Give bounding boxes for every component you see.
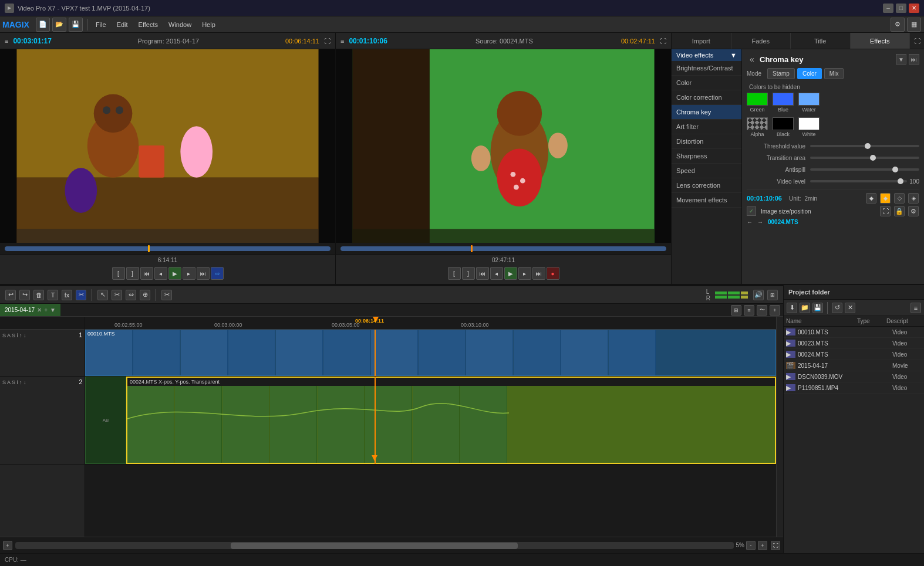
timeline-add-track[interactable]: + [3, 541, 12, 550]
chroma-forward[interactable]: ⏭ [909, 54, 919, 65]
tl-list[interactable]: ≡ [744, 305, 754, 316]
right-go-start[interactable]: ⏮ [476, 267, 489, 280]
menu-edit[interactable]: Edit [112, 19, 133, 30]
layout-icon[interactable]: ▦ [907, 18, 921, 32]
tab-title[interactable]: Title [791, 33, 851, 49]
left-mark-in[interactable]: [ [112, 267, 125, 280]
open-button[interactable]: 📂 [52, 18, 66, 32]
left-prev-frame[interactable]: ◂ [154, 267, 167, 280]
pf-item-5[interactable]: ▶ P1190851.MP4 Video [784, 382, 924, 394]
img-settings[interactable]: ⚙ [908, 206, 919, 216]
zoom-in[interactable]: + [758, 541, 767, 550]
close-tab-icon[interactable]: ✕ [37, 307, 42, 313]
transition-slider[interactable] [810, 154, 919, 162]
left-play[interactable]: ▶ [168, 267, 181, 280]
effect-color[interactable]: Color [672, 76, 741, 90]
effect-art-filter[interactable]: Art filter [672, 120, 741, 134]
left-insert[interactable]: ⇨ [211, 267, 224, 280]
water-swatch[interactable] [798, 93, 820, 106]
chroma-back[interactable]: « [747, 54, 757, 65]
menu-file[interactable]: File [91, 19, 111, 30]
project-tab[interactable]: 2015-04-17 ✕ + ▼ [0, 304, 60, 316]
left-mark-out[interactable]: ] [126, 267, 139, 280]
redo-icon[interactable]: ↪ [19, 290, 30, 300]
keyframe-active[interactable]: ◆ [880, 193, 891, 204]
right-play[interactable]: ▶ [504, 267, 517, 280]
effects-icon[interactable]: fx [62, 290, 72, 300]
minimize-button[interactable]: – [883, 4, 893, 13]
right-next-frame[interactable]: ▸ [518, 267, 531, 280]
effect-lens-correction[interactable]: Lens correction [672, 178, 741, 193]
scissors-icon[interactable]: ✂ [161, 290, 172, 300]
tl-grid[interactable]: ⊞ [731, 305, 741, 316]
alpha-swatch[interactable] [747, 117, 768, 130]
keyframe-double[interactable]: ◈ [908, 193, 919, 204]
close-button[interactable]: ✕ [909, 4, 919, 13]
pf-folder[interactable]: 📁 [800, 303, 810, 313]
left-go-start[interactable]: ⏮ [140, 267, 153, 280]
right-go-end[interactable]: ⏭ [532, 267, 545, 280]
tl-plus[interactable]: + [770, 305, 780, 316]
zoom-out[interactable]: - [746, 541, 756, 550]
img-expand[interactable]: ⛶ [880, 206, 891, 216]
select-icon[interactable]: ↖ [97, 290, 108, 300]
pf-item-0[interactable]: ▶ 00010.MTS Video [784, 327, 924, 338]
audio-icon[interactable]: 🔊 [753, 290, 764, 300]
left-next-frame[interactable]: ▸ [183, 267, 195, 280]
left-menu-icon[interactable]: ≡ [5, 38, 8, 45]
timeline-hscroll[interactable] [15, 542, 734, 549]
blue-swatch[interactable] [773, 93, 794, 106]
pf-item-3[interactable]: 🎬 2015-04-17 Movie [784, 360, 924, 371]
white-swatch[interactable] [798, 117, 820, 130]
menu-help[interactable]: Help [197, 19, 220, 30]
pf-item-4[interactable]: ▶ DSCN0039.MOV Video [784, 371, 924, 382]
track1-clip[interactable] [85, 330, 776, 376]
left-go-end[interactable]: ⏭ [197, 267, 210, 280]
effect-color-correction[interactable]: Color correction [672, 90, 741, 105]
pf-refresh[interactable]: ↺ [832, 303, 842, 313]
antispill-slider[interactable] [810, 165, 919, 174]
menu-effects[interactable]: Effects [134, 19, 163, 30]
right-mark-in[interactable]: [ [448, 267, 461, 280]
tab-settings-icon[interactable]: ▼ [50, 307, 56, 313]
mode-mix[interactable]: Mix [824, 68, 844, 79]
effect-chroma-key[interactable]: Chroma key [672, 105, 741, 120]
effect-brightness[interactable]: Brightness/Contrast [672, 61, 741, 76]
pf-item-1[interactable]: ▶ 00023.MTS Video [784, 338, 924, 349]
img-lock[interactable]: 🔒 [894, 206, 905, 216]
delete-icon[interactable]: 🗑 [33, 290, 44, 300]
black-swatch[interactable] [773, 117, 794, 130]
mode-stamp[interactable]: Stamp [767, 68, 795, 79]
right-prev-frame[interactable]: ◂ [490, 267, 503, 280]
right-record[interactable]: ● [547, 267, 559, 280]
text-icon[interactable]: T [48, 290, 58, 300]
split-icon[interactable]: ✂ [76, 290, 86, 300]
keyframe-diamond[interactable]: ◇ [894, 193, 905, 204]
track2-clip[interactable]: 00024.MTS X-pos. Y-pos. Transparent [126, 377, 776, 464]
effects-list-expand[interactable]: ▼ [730, 52, 737, 59]
keyframe-icon[interactable]: ◆ [866, 193, 876, 204]
tab-fades[interactable]: Fades [731, 33, 791, 49]
effect-speed[interactable]: Speed [672, 164, 741, 178]
right-mark-out[interactable]: ] [462, 267, 475, 280]
tab-import[interactable]: Import [672, 33, 731, 49]
right-expand-icon[interactable]: ⛶ [660, 38, 666, 45]
add-tab-icon[interactable]: + [44, 307, 48, 313]
ripple-icon[interactable]: ⇔ [126, 290, 136, 300]
pf-import[interactable]: ⬇ [787, 303, 797, 313]
vscrollbar[interactable] [776, 317, 783, 537]
grid-icon[interactable]: ⊞ [767, 290, 778, 300]
menu-window[interactable]: Window [164, 19, 196, 30]
razor-icon[interactable]: ✂ [112, 290, 122, 300]
pf-view[interactable]: ≡ [910, 303, 921, 313]
pf-item-2[interactable]: ▶ 00024.MTS Video [784, 349, 924, 360]
tab-effects[interactable]: Effects [851, 33, 910, 49]
insert-icon[interactable]: ⊕ [140, 290, 150, 300]
effect-movement[interactable]: Movement effects [672, 193, 741, 208]
checkbox-image[interactable]: ✓ [747, 206, 756, 216]
green-swatch[interactable] [747, 93, 768, 106]
effects-expand[interactable]: ⛶ [910, 33, 924, 49]
settings-icon[interactable]: ⚙ [891, 18, 905, 32]
threshold-slider[interactable] [810, 142, 919, 150]
effect-distortion[interactable]: Distortion [672, 134, 741, 149]
